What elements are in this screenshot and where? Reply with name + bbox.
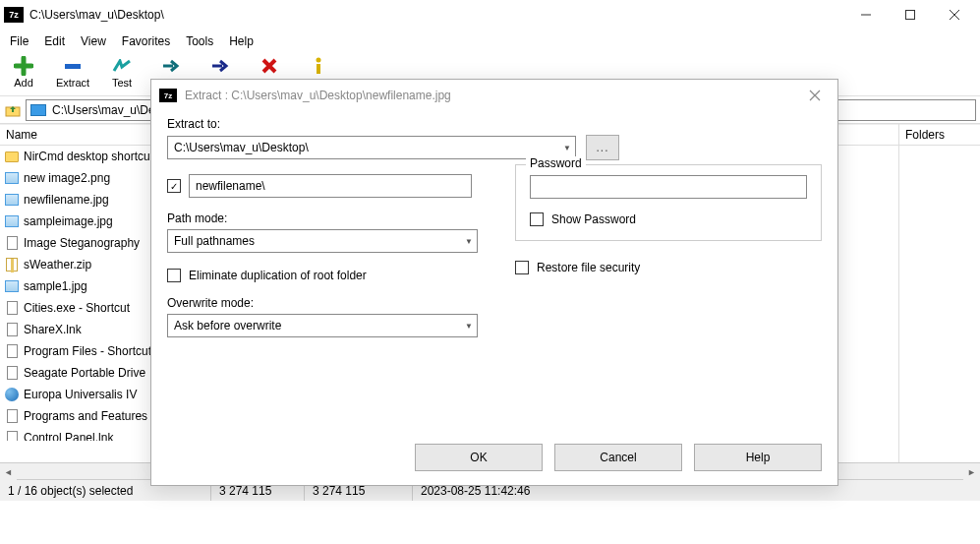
file-name: Control Panel.lnk: [24, 431, 113, 441]
overwrite-label: Overwrite mode:: [167, 296, 488, 310]
folder-up-icon[interactable]: [4, 101, 22, 119]
menu-bar: File Edit View Favorites Tools Help: [0, 30, 980, 53]
help-label: Help: [746, 451, 771, 464]
file-name: sWeather.zip: [24, 258, 91, 272]
file-name: sample1.jpg: [24, 279, 87, 293]
svg-point-5: [317, 58, 321, 63]
dialog-left-column: Extract to: C:\Users\mav_u\Desktop\ ▼ ..…: [167, 117, 488, 337]
restore-security-checkbox[interactable]: [515, 261, 529, 274]
dialog-title: Extract : C:\Users\mav_u\Desktop\newfile…: [185, 89, 800, 102]
svg-rect-6: [317, 64, 320, 74]
subfolder-input[interactable]: newfilename\: [189, 174, 472, 198]
subfolder-value: newfilename\: [196, 179, 265, 193]
file-name: Seagate Portable Drive: [24, 366, 145, 380]
dialog-titlebar: 7z Extract : C:\Users\mav_u\Desktop\newf…: [151, 80, 837, 111]
extract-to-value: C:\Users\mav_u\Desktop\: [174, 141, 309, 154]
menu-tools[interactable]: Tools: [178, 31, 221, 51]
minimize-button[interactable]: [843, 0, 888, 30]
toolbar-delete-button[interactable]: [250, 55, 289, 75]
toolbar-add-label: Add: [14, 77, 33, 89]
menu-view[interactable]: View: [73, 31, 114, 51]
svg-rect-1: [905, 11, 914, 20]
file-name: newfilename.jpg: [24, 193, 109, 207]
toolbar-info-button[interactable]: [299, 55, 338, 75]
file-name: new image2.png: [24, 171, 110, 185]
dialog-close-button[interactable]: [800, 81, 830, 110]
eliminate-checkbox[interactable]: [167, 269, 181, 282]
file-name: Europa Universalis IV: [24, 388, 137, 401]
folder-icon: [4, 149, 20, 164]
toolbar-extract-button[interactable]: Extract: [53, 55, 92, 89]
img-icon: [4, 192, 20, 208]
dialog-button-row: OK Cancel Help: [415, 444, 822, 471]
chevron-down-icon: ▼: [563, 144, 571, 152]
zip-icon: [4, 257, 20, 272]
extract-to-label: Extract to:: [167, 117, 488, 131]
file-name: Cities.exe - Shortcut: [24, 301, 130, 315]
extract-to-combo[interactable]: C:\Users\mav_u\Desktop\ ▼: [167, 136, 576, 159]
scroll-left-icon[interactable]: ◄: [0, 463, 17, 480]
menu-edit[interactable]: Edit: [36, 31, 73, 51]
window-title: C:\Users\mav_u\Desktop\: [29, 8, 843, 22]
toolbar-move-button[interactable]: [201, 55, 240, 75]
ok-button[interactable]: OK: [415, 444, 543, 471]
path-mode-value: Full pathnames: [174, 234, 255, 248]
test-icon: [110, 57, 134, 75]
scroll-right-icon[interactable]: ►: [963, 463, 980, 480]
restore-security-label: Restore file security: [537, 261, 640, 274]
maximize-button[interactable]: [888, 0, 932, 30]
extract-dialog: 7z Extract : C:\Users\mav_u\Desktop\newf…: [150, 79, 838, 486]
toolbar-copy-button[interactable]: [151, 55, 191, 75]
globe-icon: [4, 387, 20, 402]
dialog-body: Extract to: C:\Users\mav_u\Desktop\ ▼ ..…: [151, 111, 837, 343]
extract-icon: [61, 57, 85, 75]
file-name: Program Files - Shortcut: [24, 344, 151, 358]
close-button[interactable]: [932, 0, 976, 30]
arrow-right-dark-icon: [208, 57, 232, 75]
cancel-button[interactable]: Cancel: [554, 444, 682, 471]
path-mode-combo[interactable]: Full pathnames ▼: [167, 229, 478, 253]
img-icon: [4, 170, 20, 186]
file-name: sampleimage.jpg: [24, 214, 113, 228]
ok-label: OK: [470, 451, 487, 464]
file-icon: [4, 235, 20, 251]
path-mode-label: Path mode:: [167, 212, 488, 225]
column-name[interactable]: Name: [6, 128, 37, 142]
folders-pane: Folders: [899, 124, 980, 462]
toolbar-test-button[interactable]: Test: [102, 55, 142, 89]
svg-rect-4: [65, 64, 81, 69]
password-input[interactable]: [530, 175, 807, 199]
overwrite-combo[interactable]: Ask before overwrite ▼: [167, 314, 478, 337]
menu-favorites[interactable]: Favorites: [114, 31, 178, 51]
dialog-app-icon: 7z: [159, 89, 177, 102]
chevron-down-icon: ▼: [465, 322, 473, 331]
password-legend: Password: [526, 156, 586, 170]
window-titlebar: 7z C:\Users\mav_u\Desktop\: [0, 0, 980, 30]
password-group: Password Show Password: [515, 164, 822, 241]
column-folders[interactable]: Folders: [905, 128, 945, 142]
file-icon: [4, 430, 20, 441]
toolbar-test-label: Test: [112, 77, 132, 89]
chevron-down-icon: ▼: [465, 237, 473, 246]
show-password-checkbox[interactable]: [530, 212, 544, 226]
file-name: ShareX.lnk: [24, 323, 82, 336]
column-folders-header: Folders: [899, 124, 980, 146]
subfolder-checkbox[interactable]: [167, 179, 181, 193]
menu-file[interactable]: File: [2, 31, 36, 51]
cancel-label: Cancel: [600, 451, 636, 464]
overwrite-value: Ask before overwrite: [174, 319, 281, 332]
file-icon: [4, 343, 20, 359]
menu-help[interactable]: Help: [221, 31, 261, 51]
delete-icon: [258, 57, 281, 75]
toolbar-add-button[interactable]: Add: [4, 55, 43, 89]
app-icon: 7z: [4, 7, 24, 23]
file-icon: [4, 408, 20, 424]
show-password-label: Show Password: [551, 212, 636, 226]
file-name: Image Steganography: [24, 236, 140, 250]
toolbar-extract-label: Extract: [56, 77, 89, 89]
arrow-right-icon: [159, 57, 183, 75]
file-icon: [4, 322, 20, 337]
monitor-icon: [30, 104, 46, 116]
plus-icon: [12, 57, 35, 75]
help-button[interactable]: Help: [694, 444, 822, 471]
